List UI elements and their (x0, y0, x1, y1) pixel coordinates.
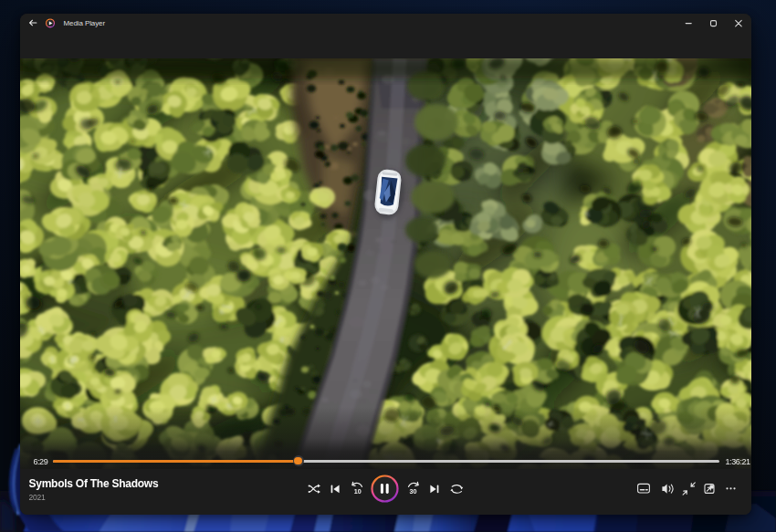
svg-text:10: 10 (354, 487, 362, 495)
svg-text:30: 30 (410, 487, 417, 495)
